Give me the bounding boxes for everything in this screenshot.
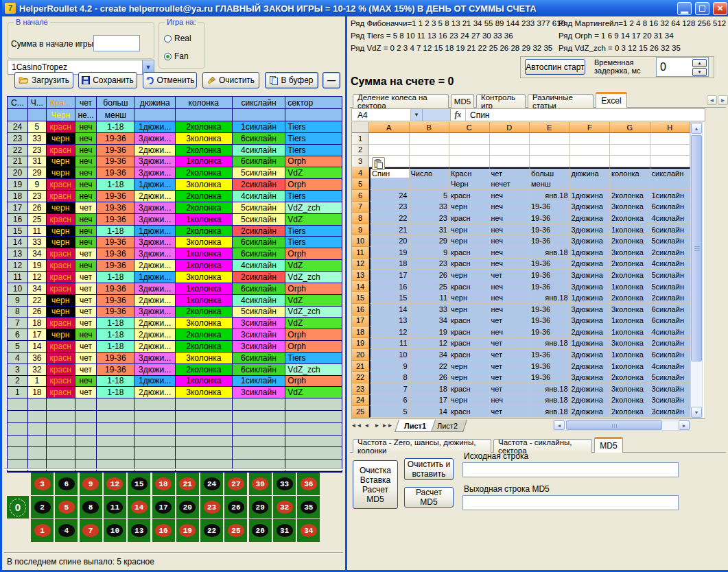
excel-cell-D3[interactable] — [490, 156, 530, 167]
excel-cell-E24[interactable]: янв.18 — [530, 395, 570, 407]
excel-cell-F25[interactable]: 2дюжина — [570, 406, 611, 418]
sheet-next-button[interactable]: ► — [372, 420, 382, 431]
excel-cell-G1[interactable] — [610, 133, 650, 145]
autospin-start-button[interactable]: Автоспин старт — [525, 59, 585, 75]
excel-cell-G10[interactable]: 2колонка — [610, 235, 650, 247]
to-buffer-button[interactable]: В буфер — [265, 72, 318, 88]
excel-cell-A12[interactable]: 18 — [369, 259, 410, 270]
tab-wheel-sectors[interactable]: Деление колеса на сектора — [353, 94, 449, 108]
horizontal-scroll-thumb[interactable] — [566, 420, 662, 430]
save-button[interactable]: Сохранить — [78, 72, 137, 88]
excel-cell-F17[interactable]: 3дюжина — [570, 315, 611, 327]
roulette-cell-15[interactable]: 15 — [128, 473, 150, 495]
excel-cell-C15[interactable]: черн — [449, 292, 490, 304]
excel-row-header-2[interactable]: 2 — [352, 145, 369, 156]
excel-cell-B6[interactable]: 5 — [410, 190, 450, 202]
excel-cell-D22[interactable]: чет — [490, 372, 530, 383]
excel-cell-F8[interactable]: 2дюжина — [570, 213, 611, 224]
excel-cell-C24[interactable]: черн — [449, 395, 490, 407]
excel-cell-H9[interactable]: 6сиклайн — [650, 224, 691, 236]
output-string-input[interactable] — [462, 495, 679, 510]
excel-cell-G14[interactable]: 1колонка — [610, 281, 650, 293]
excel-cell-C5[interactable]: Черн — [449, 178, 490, 190]
tab-md5[interactable]: MD5 — [451, 94, 474, 108]
excel-cell-B20[interactable]: 34 — [410, 349, 450, 361]
excel-cell-D8[interactable]: неч — [490, 213, 530, 224]
excel-row-header-19[interactable]: 19 — [352, 338, 369, 350]
excel-cell-B23[interactable]: 18 — [410, 383, 450, 395]
roulette-cell-12[interactable]: 12 — [104, 473, 126, 495]
excel-cell-G11[interactable]: 3колонка — [610, 247, 650, 259]
excel-cell-A14[interactable]: 16 — [369, 281, 410, 293]
excel-cell-C18[interactable]: красн — [449, 326, 490, 338]
excel-cell-H2[interactable] — [650, 145, 691, 156]
excel-cell-C1[interactable] — [449, 133, 490, 145]
excel-cell-D9[interactable]: неч — [490, 224, 530, 236]
excel-cell-H6[interactable]: 1сиклайн — [650, 190, 691, 202]
excel-row-header-8[interactable]: 8 — [352, 213, 369, 224]
excel-cell-H13[interactable]: 5сиклайн — [650, 270, 691, 281]
excel-cell-F22[interactable]: 3дюжина — [570, 372, 611, 383]
excel-row-header-4[interactable]: 4 — [352, 167, 369, 179]
excel-cell-F10[interactable]: 3дюжина — [570, 235, 611, 247]
excel-cell-A21[interactable]: 9 — [369, 361, 410, 372]
scroll-right-button[interactable]: ► — [679, 420, 690, 430]
excel-cell-H15[interactable]: 2сиклайн — [650, 292, 691, 304]
excel-cell-D11[interactable]: неч — [490, 247, 530, 259]
excel-cell-G17[interactable]: 1колонка — [610, 315, 650, 327]
excel-cell-H1[interactable] — [650, 133, 691, 145]
excel-cell-B19[interactable]: 12 — [410, 338, 450, 350]
spinner-up-button[interactable]: ▲ — [692, 59, 707, 67]
excel-cell-C21[interactable]: черн — [449, 361, 490, 372]
excel-cell-F7[interactable]: 3дюжина — [570, 202, 611, 213]
excel-cell-D15[interactable]: неч — [490, 292, 530, 304]
load-button[interactable]: Загрузить — [14, 72, 73, 88]
excel-cell-B24[interactable]: 17 — [410, 395, 450, 407]
excel-column-header-E[interactable]: E — [530, 122, 570, 133]
excel-cell-F13[interactable]: 3дюжина — [570, 270, 611, 281]
calc-md5-button[interactable]: Расчет MD5 — [404, 487, 454, 508]
excel-cell-A23[interactable]: 7 — [369, 383, 410, 395]
excel-cell-E16[interactable]: 19-36 — [530, 304, 570, 315]
excel-cell-E20[interactable]: 19-36 — [530, 349, 570, 361]
excel-cell-B5[interactable] — [410, 178, 450, 190]
excel-cell-E9[interactable]: 19-36 — [530, 224, 570, 236]
sheet-prev-button[interactable]: ◄ — [362, 420, 372, 431]
excel-cell-H14[interactable]: 5сиклайн — [650, 281, 691, 293]
excel-cell-H20[interactable]: 6сиклайн — [650, 349, 691, 361]
excel-cell-F2[interactable] — [570, 145, 611, 156]
excel-cell-H12[interactable]: 4сиклайн — [650, 259, 691, 270]
clear-button[interactable]: Очистить — [202, 72, 259, 88]
scroll-down-button[interactable]: ▼ — [691, 407, 702, 418]
excel-cell-G2[interactable] — [610, 145, 650, 156]
roulette-cell-19[interactable]: 19 — [176, 519, 199, 542]
roulette-cell-36[interactable]: 36 — [297, 473, 320, 495]
excel-cell-G5[interactable] — [610, 178, 650, 190]
excel-cell-G4[interactable]: колонка — [610, 167, 650, 179]
excel-cell-C13[interactable]: черн — [449, 270, 490, 281]
excel-cell-G7[interactable]: 3колонка — [610, 202, 650, 213]
excel-row-header-25[interactable]: 25 — [352, 406, 369, 418]
excel-cell-G20[interactable]: 1колонка — [610, 349, 650, 361]
excel-cell-G16[interactable]: 3колонка — [610, 304, 650, 315]
excel-cell-F11[interactable]: 1дюжина — [570, 247, 611, 259]
roulette-cell-13[interactable]: 13 — [128, 519, 150, 542]
excel-cell-C2[interactable] — [449, 145, 490, 156]
excel-cell-C8[interactable]: красн — [449, 213, 490, 224]
excel-row-header-16[interactable]: 16 — [352, 304, 369, 315]
excel-cell-F5[interactable] — [570, 178, 611, 190]
fx-icon[interactable]: fx — [451, 109, 466, 121]
roulette-cell-9[interactable]: 9 — [80, 473, 102, 495]
excel-cell-E17[interactable]: 19-36 — [530, 315, 570, 327]
excel-column-header-F[interactable]: F — [570, 122, 611, 133]
excel-cell-C12[interactable]: красн — [449, 259, 490, 270]
excel-cell-F12[interactable]: 2дюжина — [570, 259, 611, 270]
excel-cell-E14[interactable]: 19-36 — [530, 281, 570, 293]
radio-fan[interactable]: Fan — [164, 51, 189, 61]
excel-cell-F4[interactable]: дюжина — [570, 167, 611, 179]
excel-cell-H3[interactable] — [650, 156, 691, 167]
excel-cell-D19[interactable]: чет — [490, 338, 530, 350]
excel-cell-E25[interactable]: янв.18 — [530, 406, 570, 418]
excel-cell-B25[interactable]: 14 — [410, 406, 450, 418]
excel-cell-F16[interactable]: 3дюжина — [570, 304, 611, 315]
